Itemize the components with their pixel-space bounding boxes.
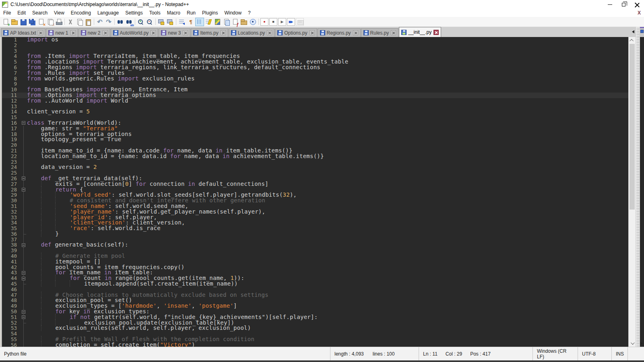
fold-collapse-icon[interactable] (22, 310, 25, 314)
file-monitoring-icon[interactable] (249, 18, 257, 26)
menu-encoding[interactable]: Encoding (68, 9, 94, 16)
secondary-view-tab[interactable] (640, 27, 644, 37)
hscroll-right-icon[interactable] (640, 342, 643, 345)
undo-icon[interactable]: ↶ (96, 18, 104, 26)
tab-close-icon[interactable] (183, 30, 188, 35)
view-splitter[interactable] (636, 27, 640, 347)
code-line[interactable]: 45 itempool.append(self.create_item(item… (2, 281, 628, 287)
tab-regions-py[interactable]: Regions.py (318, 28, 361, 37)
tab-close-icon[interactable] (433, 30, 439, 35)
vertical-scrollbar[interactable] (628, 37, 636, 347)
menu-language[interactable]: Language (94, 9, 122, 16)
fold-collapse-icon[interactable] (22, 271, 25, 275)
minimize-button[interactable] (603, 0, 617, 9)
zoom-in-icon[interactable]: + (137, 18, 145, 26)
code-line[interactable]: 1import os (2, 37, 628, 43)
redo-icon[interactable]: ↷ (105, 18, 113, 26)
code-line[interactable]: 38 def generate_basic(self): (2, 242, 628, 248)
close-file-icon[interactable]: × (37, 18, 45, 26)
save-recorded-macro-icon[interactable] (296, 18, 304, 26)
code-line[interactable]: 35 'race': self.world.is_race (2, 226, 628, 231)
menu-edit[interactable]: Edit (14, 9, 29, 16)
menu-window[interactable]: Window (221, 9, 245, 16)
menu-?[interactable]: ? (245, 9, 254, 16)
close-all-icon[interactable]: × (46, 18, 54, 26)
tab-options-py[interactable]: Options.py (275, 28, 317, 37)
tab-ap-ideas-txt[interactable]: AP Ideas.txt (1, 28, 45, 37)
maximize-button[interactable] (617, 0, 630, 9)
save-file-icon[interactable] (19, 18, 27, 26)
menu-tools[interactable]: Tools (146, 9, 164, 16)
code-line[interactable]: 22 location_name_to_id = {name: data.id … (2, 154, 628, 159)
tab-scroll-left-icon[interactable] (632, 30, 634, 33)
fold-collapse-icon[interactable] (22, 277, 25, 280)
copy-icon[interactable] (75, 18, 83, 26)
code-line[interactable]: 19 topology_present = True (2, 137, 628, 142)
find-icon[interactable] (116, 18, 124, 26)
tab-close-icon[interactable] (38, 30, 43, 35)
code-line[interactable]: 27 exits = [connection[0] for connection… (2, 181, 628, 187)
tab-close-icon[interactable] (221, 30, 226, 35)
tab-close-icon[interactable] (103, 30, 108, 35)
function-list-panel-icon[interactable]: ƒ (231, 18, 239, 26)
tab-close-icon[interactable] (310, 30, 315, 35)
menu-file[interactable]: File (0, 9, 14, 16)
menu-macro[interactable]: Macro (164, 9, 184, 16)
document-list-icon[interactable] (222, 18, 230, 26)
print-icon[interactable] (55, 18, 63, 26)
replace-icon[interactable]: ab (125, 18, 133, 26)
tab-locations-py[interactable]: Locations.py (229, 28, 275, 37)
menubar-close-doc-icon[interactable]: X (638, 10, 641, 16)
show-all-characters-icon[interactable]: ¶ (187, 18, 195, 26)
folder-as-workspace-icon[interactable] (240, 18, 248, 26)
open-file-icon[interactable] (10, 18, 19, 26)
menu-plugins[interactable]: Plugins (199, 9, 221, 16)
sync-horizontal-scrolling-icon[interactable] (166, 18, 174, 26)
document-map-icon[interactable] (213, 18, 221, 26)
code-line[interactable]: 36 } (2, 231, 628, 237)
tab-new-1[interactable]: new 1 (46, 28, 78, 37)
tab-close-icon[interactable] (391, 30, 396, 35)
function-list-icon[interactable] (204, 18, 213, 26)
run-macro-multiple-times-icon[interactable]: ▶▶ (287, 18, 295, 26)
code-line[interactable]: 24 data_version = 2 (2, 165, 628, 170)
menu-settings[interactable]: Settings (122, 9, 146, 16)
paste-icon[interactable] (84, 18, 92, 26)
save-all-icon[interactable] (28, 18, 36, 26)
code-line[interactable]: 53 exclusion_rules(self.world, self.play… (2, 325, 628, 331)
scroll-down-icon[interactable] (629, 340, 636, 347)
menu-view[interactable]: View (51, 9, 68, 16)
tab-rules-py[interactable]: Rules.py (361, 28, 399, 37)
fold-collapse-icon[interactable] (22, 315, 25, 319)
sync-vertical-scrolling-icon[interactable] (157, 18, 165, 26)
tab-autoworld-py[interactable]: AutoWorld.py (111, 28, 159, 37)
secondary-view-editor[interactable] (640, 37, 644, 347)
tab-new-3[interactable]: new 3 (159, 28, 190, 37)
tab-new-2[interactable]: new 2 (78, 28, 110, 37)
cut-icon[interactable] (66, 18, 74, 26)
code-line[interactable]: 2 (2, 43, 628, 48)
fold-collapse-icon[interactable] (22, 188, 25, 191)
playback-macro-icon[interactable]: ▶ (278, 18, 286, 26)
scroll-up-icon[interactable] (629, 37, 636, 44)
code-line[interactable]: 13 (2, 104, 628, 109)
code-line[interactable]: 8from worlds.generic.Rules import exclus… (2, 76, 628, 82)
code-line[interactable]: 14client_version = 5 (2, 109, 628, 115)
new-file-icon[interactable]: + (2, 18, 10, 26)
zoom-out-icon[interactable]: − (146, 18, 154, 26)
menu-search[interactable]: Search (29, 9, 51, 16)
fold-collapse-icon[interactable] (22, 177, 25, 180)
stop-recording-icon[interactable]: ■ (269, 18, 277, 26)
code-line[interactable]: 12from ..AutoWorld import World (2, 98, 628, 104)
code-line[interactable]: 56 completion = self.create_item("Victor… (2, 342, 628, 347)
fold-collapse-icon[interactable] (22, 121, 25, 125)
tab-close-icon[interactable] (353, 30, 358, 35)
tab-close-icon[interactable] (70, 30, 76, 35)
close-button[interactable] (630, 0, 644, 9)
fold-collapse-icon[interactable] (22, 243, 25, 247)
show-indent-guide-icon[interactable] (196, 18, 204, 26)
tab-init-py[interactable]: __init__.py (399, 27, 441, 37)
record-macro-icon[interactable]: ● (260, 18, 268, 26)
menu-run[interactable]: Run (184, 9, 199, 16)
word-wrap-icon[interactable] (178, 18, 186, 26)
